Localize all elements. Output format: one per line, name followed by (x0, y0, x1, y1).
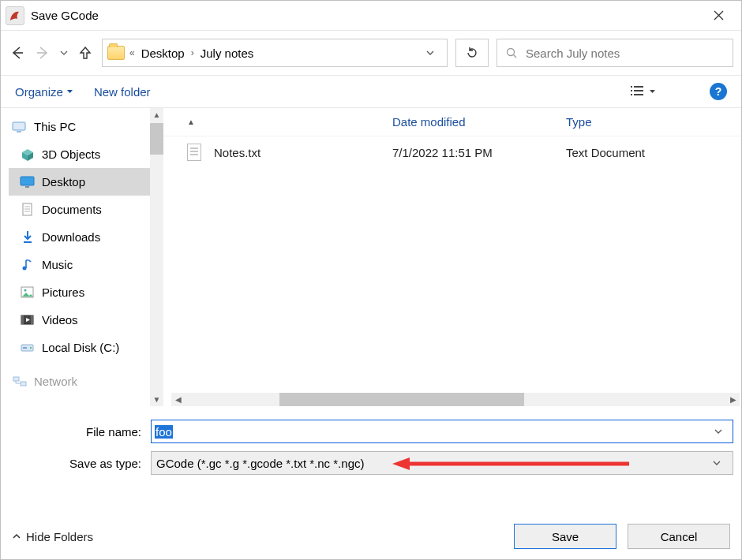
file-name: Notes.txt (214, 146, 260, 159)
new-folder-button[interactable]: New folder (94, 85, 151, 99)
svg-rect-26 (21, 315, 24, 324)
filename-dropdown[interactable] (707, 427, 729, 436)
close-button[interactable] (700, 1, 736, 30)
music-icon (20, 258, 36, 272)
cancel-button[interactable]: Cancel (628, 524, 730, 549)
scroll-thumb[interactable] (150, 123, 163, 155)
svg-rect-27 (31, 315, 33, 324)
organize-label: Organize (15, 85, 63, 99)
tree-local-disk[interactable]: Local Disk (C:) (9, 334, 163, 361)
organize-button[interactable]: Organize (15, 85, 73, 99)
tree-item-label: This PC (34, 120, 76, 133)
filename-label: File name: (9, 425, 151, 439)
nav-recent-dropdown[interactable] (59, 44, 69, 62)
app-icon (6, 6, 24, 25)
search-box[interactable] (497, 39, 733, 67)
tree-item-label: Music (42, 258, 73, 271)
file-date: 7/1/2022 11:51 PM (392, 146, 566, 159)
tree-item-label: Pictures (42, 286, 84, 299)
hide-folders-button[interactable]: Hide Folders (12, 530, 93, 543)
save-label: Save (552, 530, 579, 543)
scroll-right-icon[interactable]: ▶ (726, 393, 740, 406)
svg-rect-10 (13, 122, 25, 130)
address-dropdown[interactable] (417, 48, 444, 58)
tree-item-label: 3D Objects (42, 147, 100, 161)
chevron-icon: « (129, 47, 135, 58)
column-type[interactable]: Type (566, 115, 741, 129)
nav-up-button[interactable] (77, 44, 94, 62)
svg-rect-5 (634, 86, 643, 88)
tree-desktop[interactable]: Desktop (9, 168, 163, 196)
tree-item-label: Downloads (42, 230, 100, 244)
view-options-button[interactable] (630, 84, 656, 99)
list-h-scrollbar[interactable]: ◀ ▶ (171, 393, 740, 406)
tree-music[interactable]: Music (9, 251, 163, 278)
pc-icon (12, 120, 28, 134)
tree-this-pc[interactable]: This PC (9, 113, 163, 140)
navigation-tree: This PC 3D Objects Desktop Documents Dow… (1, 108, 163, 406)
tree-item-label: Network (34, 375, 77, 388)
folder-icon (107, 46, 125, 60)
network-icon (12, 375, 28, 389)
nav-forward-button[interactable] (34, 44, 51, 62)
svg-rect-32 (13, 377, 19, 381)
search-input[interactable] (524, 46, 725, 61)
scroll-down-icon[interactable]: ▼ (150, 393, 163, 406)
scroll-up-icon[interactable]: ▲ (150, 108, 163, 121)
svg-point-22 (23, 266, 27, 270)
downloads-icon (20, 230, 36, 245)
saveas-type-select[interactable]: GCode (*.gc *.g *.gcode *.txt *.nc *.ngc… (151, 451, 733, 475)
svg-rect-8 (631, 94, 632, 95)
svg-rect-16 (25, 186, 29, 188)
tree-item-label: Desktop (42, 175, 85, 189)
column-date[interactable]: Date modified (392, 115, 566, 129)
tree-3d-objects[interactable]: 3D Objects (9, 140, 163, 168)
saveas-value: GCode (*.gc *.g *.gcode *.txt *.nc *.ngc… (156, 457, 364, 470)
window-title: Save GCode (31, 9, 700, 22)
refresh-button[interactable] (455, 39, 489, 67)
tree-item-label: Documents (42, 203, 102, 216)
help-button[interactable]: ? (710, 83, 727, 100)
svg-point-24 (24, 289, 27, 291)
list-header: ▲ Name Date modified Type (163, 108, 741, 136)
chevron-down-icon (66, 88, 73, 95)
svg-rect-9 (634, 94, 643, 95)
chevron-up-icon (12, 532, 21, 541)
chevron-right-icon: › (191, 47, 194, 58)
search-icon (505, 47, 518, 59)
breadcrumb[interactable]: Desktop (141, 47, 185, 60)
tree-scrollbar[interactable]: ▲ ▼ (150, 108, 163, 406)
objects-3d-icon (20, 147, 36, 162)
svg-rect-33 (21, 382, 26, 386)
tree-downloads[interactable]: Downloads (9, 223, 163, 251)
filename-input[interactable]: foo (151, 420, 733, 443)
chevron-down-icon (649, 88, 656, 95)
tree-network[interactable]: Network (9, 368, 163, 395)
svg-rect-7 (634, 90, 643, 91)
documents-icon (20, 203, 36, 217)
disk-icon (20, 341, 36, 355)
svg-line-3 (514, 55, 517, 58)
hide-folders-label: Hide Folders (26, 530, 93, 543)
svg-point-31 (30, 347, 32, 349)
list-item[interactable]: Notes.txt 7/1/2022 11:51 PM Text Documen… (163, 136, 741, 168)
nav-back-button[interactable] (9, 44, 26, 62)
scroll-left-icon[interactable]: ◀ (171, 393, 185, 406)
pictures-icon (20, 286, 36, 300)
scroll-thumb[interactable] (279, 393, 524, 406)
tree-documents[interactable]: Documents (9, 196, 163, 223)
filename-value: foo (155, 425, 173, 439)
new-folder-label: New folder (94, 85, 151, 99)
breadcrumb[interactable]: July notes (200, 47, 254, 60)
saveas-dropdown[interactable] (706, 458, 728, 468)
address-bar[interactable]: « Desktop › July notes (102, 39, 448, 67)
tree-pictures[interactable]: Pictures (9, 278, 163, 306)
tree-item-label: Local Disk (C:) (42, 341, 119, 354)
cancel-label: Cancel (661, 530, 698, 543)
svg-rect-6 (631, 90, 632, 91)
tree-videos[interactable]: Videos (9, 306, 163, 334)
save-button[interactable]: Save (514, 524, 616, 549)
file-type: Text Document (566, 146, 741, 159)
text-file-icon (187, 144, 201, 161)
saveas-label: Save as type: (9, 457, 151, 470)
